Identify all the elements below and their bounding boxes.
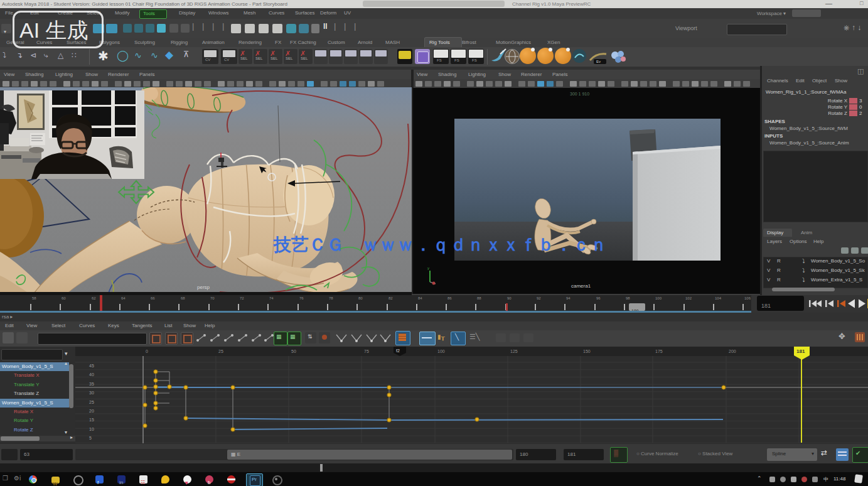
- svg-text:200: 200: [729, 349, 736, 354]
- svg-text:45: 45: [89, 364, 94, 368]
- svg-text:y: y: [427, 266, 429, 270]
- svg-text:5: 5: [89, 436, 92, 440]
- svg-text:100: 100: [437, 349, 445, 354]
- svg-text:175: 175: [655, 349, 663, 354]
- svg-text:181: 181: [796, 348, 805, 354]
- svg-text:35: 35: [89, 382, 94, 386]
- svg-text:Ev: Ev: [596, 60, 601, 63]
- svg-text:camera1: camera1: [571, 283, 591, 289]
- svg-text:50: 50: [291, 349, 296, 354]
- svg-text:0: 0: [146, 349, 148, 354]
- svg-text:75: 75: [364, 349, 369, 354]
- svg-text:125: 125: [510, 349, 518, 354]
- svg-text:40: 40: [89, 372, 94, 377]
- svg-text:15: 15: [89, 418, 94, 422]
- svg-text:25: 25: [89, 400, 94, 404]
- svg-text:150: 150: [583, 349, 591, 354]
- svg-text:30: 30: [89, 391, 94, 395]
- svg-text:persp: persp: [197, 284, 210, 290]
- svg-text:300 1 910: 300 1 910: [570, 92, 589, 96]
- svg-text:10: 10: [89, 427, 94, 431]
- svg-text:f2: f2: [396, 348, 400, 353]
- svg-text:20: 20: [89, 409, 94, 413]
- svg-text:25: 25: [218, 349, 223, 354]
